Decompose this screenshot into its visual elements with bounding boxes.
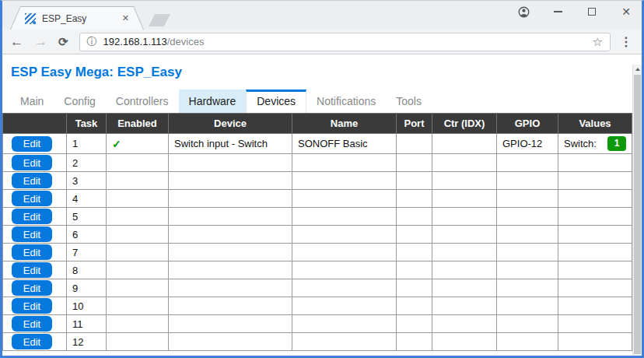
tab-controllers[interactable]: Controllers [106,90,179,113]
edit-button-task-9[interactable]: Edit [12,280,52,296]
browser-toolbar: ← → ⟳ ⓘ 192.168.1.113/devices ☆ ⋮ [2,30,642,54]
espeasy-favicon-icon [25,13,36,24]
col-name: Name [292,114,397,134]
minimize-button[interactable] [551,5,564,19]
device-type: Switch input - Switch [169,134,292,154]
page-title: ESP Easy Mega: ESP_Easy [11,65,642,80]
table-row: Edit 8 [3,261,632,279]
table-row: Edit 10 [3,297,632,315]
edit-button-task-5[interactable]: Edit [12,209,52,224]
tab-hardware[interactable]: Hardware [179,90,247,113]
edit-button-task-2[interactable]: Edit [12,155,52,170]
maximize-icon [588,8,596,16]
table-row: Edit 2 [3,154,632,172]
table-row: Edit 3 [3,172,632,190]
edit-button-task-8[interactable]: Edit [12,262,52,278]
col-device: Device [169,114,292,134]
url-text: 192.168.1.113/devices [103,36,205,47]
bookmark-star-icon[interactable]: ☆ [593,35,603,49]
task-number: 2 [67,154,107,172]
table-row: Edit 4 [3,190,632,208]
browser-menu-icon[interactable]: ⋮ [620,34,632,49]
tab-tools[interactable]: Tools [386,90,432,113]
close-icon: ✕ [621,6,631,17]
edit-button-task-10[interactable]: Edit [12,298,52,314]
tab-main[interactable]: Main [10,90,54,113]
task-number: 9 [67,279,107,297]
page-info-icon[interactable]: ⓘ [87,35,97,49]
table-row: Edit 12 [3,333,632,351]
edit-button-task-12[interactable]: Edit [12,334,52,349]
back-button[interactable]: ← [10,35,23,48]
device-ctr [432,134,497,154]
new-tab-button[interactable] [149,14,170,26]
nav-tab-bar: Main Config Controllers Hardware Devices… [10,90,642,113]
value-name: Switch: [564,138,597,149]
device-name: SONOFF Basic [292,134,397,154]
task-number: 3 [67,172,107,190]
edit-button-task-3[interactable]: Edit [12,173,52,188]
task-number: 11 [67,315,107,333]
tab-title: ESP_Easy [42,13,86,24]
tab-config[interactable]: Config [54,90,105,113]
switch-state-badge: 1 [607,136,626,151]
profile-icon[interactable] [517,5,530,19]
refresh-button[interactable]: ⟳ [58,36,68,47]
devices-table: Task Enabled Device Name Port Ctr (IDX) … [2,113,632,351]
device-values: Switch: 1 [558,136,632,151]
tab-notifications[interactable]: Notifications [306,90,386,113]
maximize-button[interactable] [586,5,598,19]
task-number: 12 [67,333,107,351]
browser-tab[interactable]: ESP_Easy ✕ [10,6,144,30]
tab-close-icon[interactable]: ✕ [122,13,129,23]
table-row: Edit 9 [3,279,632,297]
task-number: 6 [67,226,107,244]
edit-button-task-1[interactable]: Edit [12,136,52,152]
table-row: Edit 11 [3,315,632,333]
table-row: Edit 5 [3,208,632,226]
col-enabled: Enabled [107,114,169,134]
edit-button-task-6[interactable]: Edit [12,226,52,242]
task-number: 4 [67,190,107,208]
minimize-icon [554,11,562,12]
close-window-button[interactable]: ✕ [620,5,632,19]
task-number: 10 [67,297,107,315]
edit-button-task-11[interactable]: Edit [12,316,52,332]
address-bar[interactable]: ⓘ 192.168.1.113/devices ☆ [79,33,611,51]
col-task: Task [67,114,107,134]
table-row: Edit 7 [3,244,632,261]
task-number: 1 [67,134,107,154]
col-ctr-idx: Ctr (IDX) [432,114,497,134]
tab-devices[interactable]: Devices [246,90,306,113]
edit-button-task-4[interactable]: Edit [12,191,52,206]
table-row: Edit 6 [3,226,632,244]
col-values: Values [558,114,632,134]
browser-window: ESP_Easy ✕ ✕ ← → ⟳ ⓘ 192.168.1.113/devic… [0,0,644,358]
col-port: Port [397,114,432,134]
url-host: 192.168.1.113 [103,36,167,47]
enabled-check-icon: ✓ [107,134,169,154]
page-scrollbar[interactable] [632,65,642,358]
table-row: Edit 1 ✓ Switch input - Switch SONOFF Ba… [3,134,632,154]
browser-tab-strip: ESP_Easy ✕ ✕ [2,1,642,30]
device-port [397,134,432,154]
col-gpio: GPIO [497,114,558,134]
edit-button-task-7[interactable]: Edit [12,244,52,260]
device-gpio: GPIO-12 [497,134,558,154]
url-path: /devices [167,36,205,47]
scrollbar-thumb[interactable] [634,75,641,354]
task-number: 5 [67,208,107,226]
scroll-up-icon[interactable] [635,68,640,71]
page-content: ESP Easy Mega: ESP_Easy Main Config Cont… [2,65,642,358]
col-edit [3,114,67,134]
task-number: 7 [67,244,107,261]
table-header-row: Task Enabled Device Name Port Ctr (IDX) … [3,114,632,134]
task-number: 8 [67,261,107,279]
forward-button[interactable]: → [34,35,47,48]
